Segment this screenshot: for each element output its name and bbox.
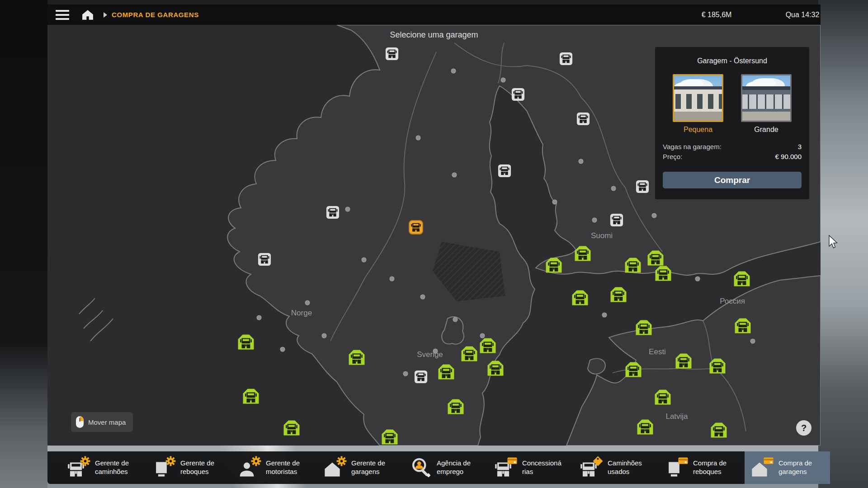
garage-icon	[655, 389, 671, 405]
toolbar-icon	[751, 456, 774, 479]
toolbar-item-caminhoes-usados[interactable]: Caminhões usados	[574, 451, 659, 484]
truck-dealer-icon	[258, 253, 271, 266]
city-dot-icon	[433, 349, 438, 354]
city-dot-icon	[305, 300, 310, 305]
city-dot	[750, 339, 755, 344]
city-dot	[602, 313, 607, 318]
toolbar-item-gerente-de-garagens[interactable]: Gerente de garagens	[317, 451, 403, 484]
garage-marker[interactable]	[655, 389, 671, 405]
dealer-marker[interactable]	[636, 180, 649, 193]
card-icon	[506, 455, 518, 466]
city-dot	[403, 371, 408, 376]
truck-dealer-icon	[498, 164, 511, 178]
truck-dealer-icon	[636, 180, 649, 193]
garage-marker[interactable]	[243, 389, 259, 404]
buy-button[interactable]: Comprar	[663, 172, 802, 188]
garage-marker[interactable]	[461, 346, 478, 362]
garage-marker[interactable]	[382, 429, 398, 445]
garage-marker[interactable]	[655, 266, 672, 282]
garage-icon	[546, 258, 562, 273]
garage-marker[interactable]	[546, 258, 562, 273]
dealer-marker[interactable]	[576, 112, 590, 126]
garage-icon	[735, 318, 751, 334]
garage-marker[interactable]	[572, 290, 589, 306]
gear-icon	[250, 455, 262, 467]
garage-panel-title: Garagem - Östersund	[663, 57, 802, 65]
help-button[interactable]: ?	[796, 420, 811, 436]
toolbar-item-label: Caminhões usados	[608, 459, 653, 476]
city-dot	[579, 159, 584, 164]
garage-marker[interactable]	[238, 334, 255, 350]
card-icon	[763, 455, 774, 466]
garage-marker[interactable]	[610, 287, 627, 303]
garage-marker[interactable]	[480, 338, 496, 354]
city-dot-icon	[362, 258, 367, 263]
dealer-marker[interactable]	[511, 88, 525, 101]
selected-garage-marker[interactable]	[409, 220, 423, 235]
garage-icon	[636, 320, 652, 336]
garage-marker[interactable]	[637, 419, 654, 435]
garage-marker[interactable]	[575, 246, 591, 262]
dealer-marker[interactable]	[498, 164, 511, 178]
city-dot-icon	[452, 173, 457, 178]
backdrop-garage-wall	[818, 0, 868, 488]
city-dot-icon	[611, 186, 616, 191]
garage-marker[interactable]	[735, 318, 751, 334]
home-button[interactable]	[82, 9, 94, 20]
garage-marker[interactable]	[647, 250, 664, 266]
dealer-marker[interactable]	[414, 370, 428, 384]
garage-option-small[interactable]: Pequena	[673, 74, 723, 134]
toolbar-item-label: Concessioná rias	[522, 459, 567, 476]
garage-marker[interactable]	[349, 350, 365, 366]
toolbar-item-gerente-de-reboques[interactable]: Gerente de reboques	[146, 451, 232, 484]
city-dot-icon	[579, 159, 584, 164]
garage-marker[interactable]	[709, 358, 726, 374]
dealer-marker[interactable]	[258, 253, 271, 266]
toolbar-item-label: Compra de reboques	[693, 459, 738, 476]
toolbar-item-concessiona-rias[interactable]: Concessioná rias	[488, 451, 574, 484]
truck-dealer-icon	[610, 213, 623, 227]
garage-marker[interactable]	[487, 361, 504, 376]
dealer-marker[interactable]	[610, 213, 623, 227]
garage-marker[interactable]	[448, 399, 464, 415]
toolbar-item-label: Gerente de garagens	[351, 459, 396, 476]
garage-icon	[382, 429, 398, 445]
toolbar-item-gerente-de-motoristas[interactable]: Gerente de motoristas	[232, 451, 317, 484]
garage-icon	[438, 364, 455, 380]
city-dot-icon	[416, 136, 421, 141]
search-person-icon	[410, 457, 430, 477]
card-icon	[677, 455, 689, 466]
city-dot-icon	[453, 317, 458, 322]
country-label: Sverige	[417, 350, 443, 359]
toolbar-icon	[665, 456, 689, 479]
garage-marker[interactable]	[711, 422, 727, 438]
garage-marker[interactable]	[625, 258, 642, 273]
menu-button[interactable]	[56, 10, 69, 20]
country-label: Eesti	[649, 347, 666, 357]
dealer-marker[interactable]	[326, 206, 340, 219]
garage-info-panel: Garagem - Östersund Pequena Grande Vagas…	[655, 47, 809, 199]
city-dot	[416, 136, 421, 141]
garage-marker[interactable]	[675, 353, 692, 369]
toolbar-item-agencia-de-emprego[interactable]: Agência de emprego	[403, 451, 488, 484]
city-dot	[362, 258, 367, 263]
toolbar-item-gerente-de-caminhoes[interactable]: Gerente de caminhões	[61, 451, 146, 484]
garage-marker[interactable]	[625, 362, 642, 378]
move-map-hint[interactable]: Mover mapa	[71, 412, 133, 432]
city-dot-icon	[750, 339, 755, 344]
toolbar-item-compra-de-garagens[interactable]: Compra de garagens	[745, 451, 830, 484]
garage-icon	[480, 338, 496, 354]
garage-option-small-label: Pequena	[684, 126, 712, 134]
selected-garage-icon	[409, 220, 423, 235]
garage-marker[interactable]	[438, 364, 455, 380]
truck-dealer-icon	[559, 52, 573, 66]
garage-marker[interactable]	[283, 420, 300, 436]
city-dot-icon	[451, 69, 456, 74]
dealer-marker[interactable]	[385, 47, 399, 61]
garage-marker[interactable]	[734, 271, 750, 287]
garage-slots-value: 3	[798, 142, 802, 152]
dealer-marker[interactable]	[559, 52, 573, 66]
garage-option-large[interactable]: Grande	[741, 74, 792, 134]
garage-marker[interactable]	[636, 320, 652, 336]
toolbar-item-compra-de-reboques[interactable]: Compra de reboques	[659, 451, 745, 484]
